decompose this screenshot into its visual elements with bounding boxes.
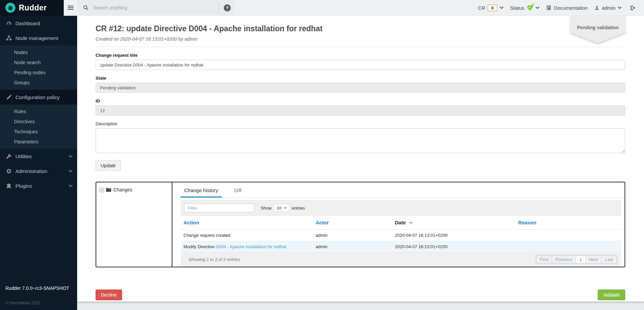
update-button[interactable]: Update bbox=[96, 161, 121, 171]
column-header-action[interactable]: Action bbox=[181, 216, 313, 230]
table-footer: Showing 1 to 2 of 2 entries First Previo… bbox=[181, 252, 621, 267]
cr-label: CR bbox=[478, 5, 485, 11]
chevron-down-icon bbox=[618, 6, 622, 9]
help-icon[interactable]: ? bbox=[224, 4, 231, 11]
reason-cell bbox=[516, 230, 621, 241]
documentation-label: Documentation bbox=[554, 5, 588, 11]
tab-diff[interactable]: Diff bbox=[230, 187, 245, 197]
sidebar-item-label: Configuration policy bbox=[15, 94, 60, 100]
sidebar-item-groups[interactable]: Groups bbox=[0, 78, 77, 88]
wrench-icon bbox=[6, 153, 12, 159]
column-header-reason[interactable]: Reason bbox=[516, 216, 621, 230]
actor-cell: admin bbox=[313, 241, 392, 253]
content-sheet: Pending validation CR #12: update Direct… bbox=[77, 16, 644, 302]
pencil-icon bbox=[6, 94, 12, 100]
sidebar-item-directives[interactable]: Directives bbox=[0, 117, 77, 127]
gear-icon bbox=[6, 168, 12, 174]
menu-toggle-button[interactable] bbox=[64, 0, 77, 16]
pagination-previous-button[interactable]: Previous bbox=[552, 256, 576, 263]
pagination-first-button[interactable]: First bbox=[536, 256, 552, 263]
sidebar-item-administration[interactable]: Administration bbox=[0, 164, 77, 178]
tab-change-history[interactable]: Change history bbox=[180, 187, 222, 197]
column-header-actor[interactable]: Actor bbox=[313, 216, 392, 230]
chevron-down-icon bbox=[69, 155, 72, 158]
search-icon bbox=[83, 5, 89, 10]
table-toolbar: Show 10 entries bbox=[181, 200, 621, 216]
sidebar-item-pending-nodes[interactable]: Pending nodes bbox=[0, 68, 77, 78]
changes-tab-area: Change history Diff Show 10 entries bbox=[172, 182, 625, 267]
folder-icon bbox=[106, 187, 111, 192]
sort-desc-icon bbox=[409, 222, 413, 224]
date-header-label: Date bbox=[395, 220, 406, 225]
status-menu[interactable]: Status ✔ bbox=[508, 5, 542, 11]
sidebar-item-node-management[interactable]: Node management bbox=[0, 31, 77, 45]
cr-count-badge: 8 bbox=[487, 4, 497, 11]
user-menu[interactable]: admin bbox=[592, 5, 624, 11]
version-label: Rudder 7.0.0~rc3-SNAPSHOT bbox=[5, 285, 77, 291]
sidebar-item-rules[interactable]: Rules bbox=[0, 106, 77, 117]
main-area: Pending validation CR #12: update Direct… bbox=[77, 16, 644, 310]
changes-tree: + Changes bbox=[96, 182, 172, 267]
sidebar-item-plugins[interactable]: Plugins bbox=[0, 178, 77, 193]
decline-button[interactable]: Decline bbox=[96, 290, 122, 300]
column-header-date[interactable]: Date bbox=[392, 216, 516, 230]
sidebar-item-dashboard[interactable]: Dashboard bbox=[0, 16, 77, 31]
documentation-link[interactable]: Documentation bbox=[544, 5, 590, 11]
directive-link[interactable]: D004 - Apache installation for redhat bbox=[216, 244, 286, 249]
filter-input[interactable] bbox=[184, 204, 254, 212]
description-textarea[interactable] bbox=[96, 128, 625, 153]
sidebar: Dashboard Node management Nodes Node sea… bbox=[0, 16, 77, 310]
puzzle-icon bbox=[6, 183, 12, 189]
id-label: ID bbox=[96, 98, 625, 103]
change-history-content: Show 10 entries Action bbox=[172, 198, 625, 267]
cr-title-input[interactable] bbox=[96, 60, 625, 70]
tree-expand-icon[interactable]: + bbox=[100, 188, 104, 192]
action-text: Modify Directive bbox=[183, 244, 216, 249]
sidebar-item-parameters[interactable]: Parameters bbox=[0, 137, 77, 147]
change-history-table: Action Actor Date Reason bbox=[181, 216, 621, 252]
copyright-label: © Normation 2021 bbox=[5, 300, 77, 305]
changes-tree-root[interactable]: + Changes bbox=[100, 187, 168, 192]
sidebar-item-utilities[interactable]: Utilities bbox=[0, 149, 77, 164]
logout-button[interactable] bbox=[626, 5, 639, 11]
sidebar-item-node-search[interactable]: Node search bbox=[0, 57, 77, 68]
sidebar-item-techniques[interactable]: Techniques bbox=[0, 127, 77, 137]
changes-panel: + Changes Change history Diff bbox=[96, 182, 625, 267]
user-icon bbox=[594, 5, 599, 10]
pagination-last-button[interactable]: Last bbox=[601, 256, 617, 263]
topbar: ⎈ Rudder ? CR 8 Status ✔ bbox=[0, 0, 644, 16]
global-search: ? bbox=[77, 0, 234, 16]
title-divider bbox=[96, 47, 625, 47]
sign-out-icon bbox=[630, 5, 636, 11]
pagination-next-button[interactable]: Next bbox=[585, 256, 602, 263]
sidebar-item-label: Administration bbox=[15, 168, 47, 174]
configuration-policy-submenu: Rules Directives Techniques Parameters bbox=[0, 104, 77, 149]
table-row: Modify Directive D004 - Apache installat… bbox=[181, 241, 621, 253]
date-cell: 2020-04-07 16:13:01+0200 bbox=[392, 241, 516, 253]
sidebar-item-configuration-policy[interactable]: Configuration policy bbox=[0, 90, 77, 104]
chevron-down-icon bbox=[500, 6, 503, 9]
entries-label: entries bbox=[292, 206, 305, 211]
brand-name: Rudder bbox=[19, 3, 47, 12]
search-input[interactable] bbox=[93, 5, 214, 10]
page-size-select[interactable]: 10 bbox=[274, 204, 290, 212]
sidebar-item-nodes[interactable]: Nodes bbox=[0, 47, 77, 57]
cr-actions: Decline Validate bbox=[96, 290, 625, 300]
book-icon bbox=[546, 5, 551, 10]
username-label: admin bbox=[602, 5, 615, 11]
brand[interactable]: ⎈ Rudder bbox=[0, 0, 64, 16]
pagination: First Previous 1 Next Last bbox=[535, 255, 618, 264]
page-title: CR #12: update Directive D004 - Apache i… bbox=[96, 16, 625, 33]
sidebar-footer: Rudder 7.0.0~rc3-SNAPSHOT © Normation 20… bbox=[0, 285, 77, 310]
sidebar-item-label: Plugins bbox=[15, 183, 32, 189]
table-info: Showing 1 to 2 of 2 entries bbox=[184, 257, 240, 262]
pagination-page-1-button[interactable]: 1 bbox=[576, 256, 585, 263]
state-input bbox=[96, 83, 625, 93]
change-requests-menu[interactable]: CR 8 bbox=[476, 4, 505, 11]
gauge-icon bbox=[6, 20, 12, 26]
page-size-control: Show 10 entries bbox=[261, 204, 305, 212]
table-row: Change request created admin 2020-04-07 … bbox=[181, 230, 621, 241]
page-subtitle: Created on 2020-04-07 16:13:01+0200 by a… bbox=[96, 36, 625, 42]
date-cell: 2020-04-07 16:13:01+0200 bbox=[392, 230, 516, 241]
validate-button[interactable]: Validate bbox=[598, 290, 625, 300]
